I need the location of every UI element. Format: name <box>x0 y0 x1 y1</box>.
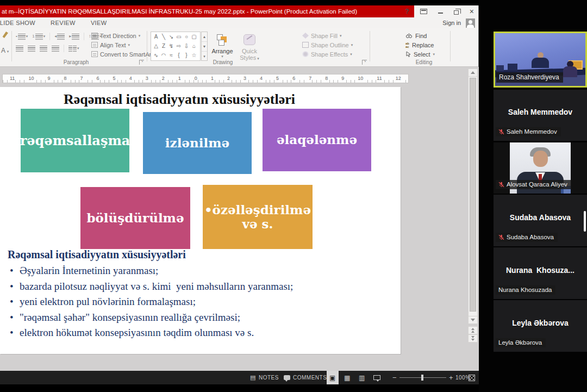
comments-button[interactable]: COMMENTS <box>284 371 327 384</box>
replace-button[interactable]: abac Replace <box>405 40 435 49</box>
user-avatar-icon[interactable] <box>466 18 475 28</box>
clear-formatting-icon[interactable] <box>1 32 8 38</box>
editing-group-label: Editing <box>402 59 446 65</box>
shape-icon[interactable]: ↯ <box>167 42 175 51</box>
shape-icon[interactable]: { <box>175 51 183 60</box>
shape-icon[interactable]: ◠ <box>160 51 167 60</box>
restore-icon[interactable] <box>454 10 459 15</box>
zoom-slider-handle[interactable] <box>421 375 423 381</box>
shape-outline-button[interactable]: Shape Outline▾ <box>302 40 353 49</box>
ruler-number: 6 <box>292 74 296 83</box>
columns-button[interactable]: ▾ <box>67 45 81 53</box>
shape-fill-button[interactable]: Shape Fill▾ <box>302 31 353 40</box>
shape-icon[interactable]: ≈ <box>167 51 175 60</box>
justify-icon[interactable] <box>50 45 61 53</box>
decrease-indent-icon[interactable]: ◂ <box>53 33 66 41</box>
fit-to-window-button[interactable] <box>469 371 475 384</box>
arrange-button[interactable]: Arrange▾ <box>210 32 235 59</box>
panel-scrollbar-thumb[interactable] <box>584 211 586 232</box>
scroll-up-button[interactable] <box>468 69 478 77</box>
shape-icon[interactable]: ☆ <box>190 51 198 60</box>
paragraph-dialog-launcher-icon[interactable] <box>139 60 144 65</box>
ribbon-tab[interactable]: REVIEW <box>51 17 76 28</box>
participant-name-label: Leyla Əkbərova <box>496 338 546 347</box>
shape-icon[interactable]: } <box>183 51 190 60</box>
help-icon[interactable]: ? <box>405 8 409 15</box>
ribbon-display-options-icon[interactable] <box>420 9 427 14</box>
shape-icon[interactable]: ⇨ <box>175 42 183 51</box>
gallery-up-icon[interactable]: ▲ <box>202 32 207 41</box>
shape-icon[interactable]: ▢ <box>190 33 198 41</box>
numbering-button[interactable]: 1▾ <box>30 33 47 41</box>
slide-title[interactable]: Rəqəmsal iqtisadiyyatın xüsusiyyətləri <box>16 91 342 108</box>
sign-in-link[interactable]: Sign in <box>442 17 461 28</box>
scroll-down-button[interactable] <box>468 316 478 324</box>
drawing-dialog-launcher-icon[interactable] <box>362 60 367 65</box>
normal-view-button[interactable]: ▣ <box>327 371 339 384</box>
gallery-down-icon[interactable]: ▼ <box>202 41 207 51</box>
quick-styles-button[interactable]: Quick Styles ▾ <box>237 32 262 61</box>
shape-icon[interactable]: Z <box>160 42 167 51</box>
shape-icon[interactable]: ↘ <box>167 33 175 41</box>
participant-tile[interactable]: Saleh Memmedov Saleh Memmedov <box>494 90 587 141</box>
view-buttons: ▣ ▦ ▥ <box>327 371 383 384</box>
find-button[interactable]: Find <box>405 31 435 40</box>
shape-icon[interactable]: ⌂ <box>190 42 198 51</box>
increase-indent-icon[interactable]: ▸ <box>67 33 81 41</box>
window-title: at m--İQTİSADİYYATIN RƏQƏMSALLAŞDIRILMAS… <box>0 5 414 17</box>
font-color-icon[interactable]: A ▾ <box>1 47 10 54</box>
participant-tile[interactable]: Leyla Əkbərova Leyla Əkbərova <box>494 300 587 352</box>
slide-bullet-list[interactable]: Əşyalarin İnternetinin yaranması;bazarda… <box>4 263 391 341</box>
slide-shape-label: izlənilmə <box>165 136 229 150</box>
ruler-number: 11 <box>376 74 382 83</box>
ribbon-tab[interactable]: VIEW <box>91 17 107 28</box>
slide-shape[interactable]: əlaqələnmə <box>263 109 371 171</box>
select-button[interactable]: Select▾ <box>405 49 435 59</box>
ruler-number: 1 <box>210 74 214 83</box>
shape-icon[interactable]: ∿ <box>152 51 160 60</box>
slide-subheading[interactable]: Rəqəmsal iqtisadiyyatın xüsusiyyətləri <box>8 248 186 261</box>
notes-button[interactable]: ▤ NOTES <box>250 371 279 384</box>
align-left-icon[interactable] <box>14 45 25 53</box>
participant-tile[interactable]: Nurana Khosuza... Nurana Khosuzada <box>494 247 587 299</box>
slide-canvas[interactable]: Rəqəmsal iqtisadiyyatın xüsusiyyətləri r… <box>0 87 401 354</box>
slideshow-view-button[interactable] <box>371 371 383 384</box>
align-center-icon[interactable] <box>26 45 37 53</box>
zoom-in-button[interactable]: + <box>449 371 453 384</box>
reading-view-button[interactable]: ▥ <box>356 371 368 384</box>
notes-icon: ▤ <box>250 374 256 381</box>
zoom-out-button[interactable]: − <box>392 371 397 384</box>
scrollbar-track[interactable] <box>468 77 478 316</box>
minimize-icon[interactable] <box>438 13 443 14</box>
ribbon-tab[interactable]: SLIDE SHOW <box>0 17 35 28</box>
participant-video-tile[interactable]: Roza Shahverdiyeva <box>494 32 587 88</box>
slide-shape[interactable]: rəqəmsallaşma <box>21 109 129 172</box>
slide-shape[interactable]: •özəlləşdirilmə və s. <box>203 185 313 249</box>
shape-icon[interactable]: A <box>152 33 160 41</box>
next-slide-button[interactable] <box>468 334 478 343</box>
scrollbar-thumb[interactable] <box>470 78 476 312</box>
zoom-slider[interactable] <box>399 371 446 384</box>
muted-mic-icon <box>498 234 504 240</box>
ruler-number: 9 <box>47 74 51 83</box>
slide-shape[interactable]: izlənilmə <box>143 112 252 174</box>
paragraph-group-label: Paragraph <box>49 59 103 65</box>
align-right-icon[interactable] <box>38 45 49 53</box>
close-icon[interactable]: × <box>470 5 474 17</box>
bullets-button[interactable]: •▾ <box>14 33 29 41</box>
slide-sorter-view-button[interactable]: ▦ <box>341 371 353 384</box>
slide-shape[interactable]: bölüşdürülmə <box>80 187 190 249</box>
shape-effects-button[interactable]: Shape Effects▾ <box>302 49 353 59</box>
group-separator <box>450 31 451 61</box>
horizontal-ruler[interactable]: 11109876543210123456789101112 <box>2 74 409 83</box>
participant-tile[interactable]: Alovsat Qaraca Aliyev <box>494 142 587 194</box>
shape-icon[interactable]: ╲ <box>160 33 167 41</box>
ruler-number: 11 <box>9 74 15 83</box>
participant-tile[interactable]: Sudaba Abasova Sudaba Abasova <box>494 195 587 246</box>
shape-icon[interactable]: ⇩ <box>183 42 190 51</box>
quick-styles-icon <box>243 34 255 45</box>
shape-icon[interactable]: ○ <box>183 33 190 41</box>
shape-icon[interactable]: ▭ <box>175 33 183 41</box>
previous-slide-button[interactable] <box>468 326 478 334</box>
shape-icon[interactable]: △ <box>152 42 160 51</box>
